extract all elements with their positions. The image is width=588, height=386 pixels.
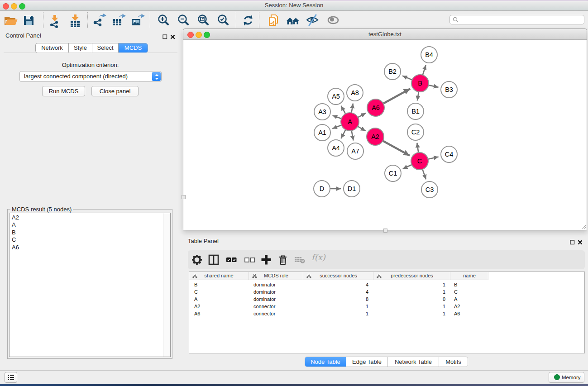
search-input[interactable] [449, 15, 584, 24]
optimization-criterion-select[interactable]: largest connected component (directed) [19, 71, 162, 82]
node-table-cell[interactable]: A6 [454, 310, 460, 317]
column-header-MCDS-role[interactable]: MCDS role [249, 272, 303, 280]
column-header-label: predecessor nodes [373, 272, 450, 280]
refresh-icon[interactable] [240, 13, 256, 28]
graph-node-label: C3 [425, 186, 434, 193]
graph-node-label: A2 [371, 133, 379, 140]
mcds-list-scrollbar[interactable] [163, 213, 170, 357]
open-file-icon[interactable] [3, 13, 18, 28]
table-add-icon[interactable] [260, 253, 272, 266]
network-view-window: testGlobe.txt B4B2BB3A5A8A6B1A3AC2A1A2A4… [183, 29, 587, 230]
table-tab-node-table[interactable]: Node Table [305, 357, 346, 367]
zoom-out-icon[interactable] [176, 13, 191, 28]
node-table-cell[interactable]: 1 [189, 303, 445, 310]
save-session-icon[interactable] [21, 13, 36, 28]
network-window-titlebar[interactable]: testGlobe.txt [183, 29, 587, 40]
graph-node-label: A [348, 118, 352, 125]
table-tab-edge-table[interactable]: Edge Table [346, 357, 388, 367]
mcds-result-item[interactable]: A [12, 221, 16, 229]
column-header-label: successor nodes [303, 272, 373, 280]
node-table-cell[interactable]: 0 [189, 295, 445, 303]
export-network-icon[interactable] [91, 13, 107, 28]
column-header-predecessor-nodes[interactable]: predecessor nodes [373, 272, 450, 280]
node-table[interactable]: shared nameMCDS rolesuccessor nodesprede… [189, 272, 585, 353]
zoom-fit-icon[interactable] [196, 13, 211, 28]
table-deselect-all-icon[interactable] [243, 253, 256, 266]
window-edge-grip[interactable] [383, 229, 387, 233]
table-settings-icon[interactable] [191, 253, 203, 266]
control-tab-network[interactable]: Network [36, 43, 69, 52]
desktop-wallpaper-bottom [0, 384, 588, 386]
node-table-cell[interactable]: A [454, 295, 457, 303]
status-list-button[interactable] [5, 372, 17, 383]
table-delete-icon[interactable] [277, 253, 289, 266]
export-table-icon[interactable] [110, 13, 126, 28]
hide-graphics-icon[interactable] [305, 13, 320, 28]
close-panel-button[interactable]: Close panel [91, 86, 139, 96]
toolbar-separator [87, 12, 88, 28]
zoom-selected-icon[interactable] [215, 13, 231, 28]
status-bar: Memory [0, 370, 588, 384]
mcds-result-item[interactable]: A6 [12, 244, 19, 251]
table-columns-icon[interactable] [207, 253, 220, 266]
search-icon [453, 17, 459, 23]
table-toolbar [188, 250, 585, 269]
zoom-in-icon[interactable] [156, 13, 171, 28]
show-graphics-icon[interactable] [325, 13, 341, 28]
table-select-all-icon[interactable] [225, 253, 238, 266]
mcds-result-title: MCDS result (5 nodes) [10, 206, 73, 213]
node-table-cell[interactable]: 1 [189, 281, 445, 288]
graph-node-label: A4 [332, 144, 340, 152]
column-header-name[interactable]: name [450, 272, 488, 280]
control-tab-mcds[interactable]: MCDS [119, 43, 148, 52]
graph-node-label: D1 [348, 185, 356, 192]
column-header-label: MCDS role [249, 272, 303, 280]
node-table-cell[interactable]: B [454, 281, 457, 288]
control-tab-style[interactable]: Style [69, 43, 92, 52]
home-views-icon[interactable] [285, 13, 301, 28]
table-delete-table-icon[interactable] [293, 253, 306, 266]
control-tab-select[interactable]: Select [92, 43, 119, 52]
column-header-label: name [450, 272, 488, 280]
control-panel-float-button[interactable] [163, 33, 167, 38]
mcds-result-item[interactable]: B [12, 229, 16, 236]
toolbar-separator [43, 12, 43, 28]
table-panel-title: Table Panel [188, 238, 219, 244]
column-header-shared-name[interactable]: shared name [189, 272, 249, 280]
node-table-cell[interactable]: 1 [189, 310, 445, 317]
mcds-result-item[interactable]: A2 [12, 214, 19, 221]
table-panel-close-icon[interactable] [578, 238, 583, 243]
mcds-result-list[interactable]: A2ABCA6 [9, 213, 171, 357]
mcds-result-item[interactable]: C [12, 236, 16, 243]
memory-label: Memory [562, 372, 581, 382]
run-mcds-button[interactable]: Run MCDS [42, 86, 85, 96]
import-table-icon[interactable] [67, 13, 83, 28]
graph-node-label: B1 [411, 108, 420, 115]
export-image-icon[interactable] [129, 13, 145, 28]
node-table-cell[interactable]: 1 [189, 288, 445, 295]
table-panel-float-button[interactable] [570, 238, 575, 243]
memory-button[interactable]: Memory [549, 372, 584, 383]
window-titlebar[interactable]: Session: New Session [0, 0, 588, 11]
graph-node-label: C [417, 157, 422, 165]
toolbar-separator [236, 12, 236, 28]
function-builder-button[interactable]: f(x) [311, 253, 325, 262]
table-tab-network-table[interactable]: Network Table [388, 357, 439, 367]
table-tab-motifs[interactable]: Motifs [439, 357, 468, 367]
window-edge-grip[interactable] [182, 195, 186, 199]
graph-node-label: B3 [445, 86, 453, 93]
graph-node-label: B4 [425, 51, 433, 58]
node-table-cell[interactable]: C [454, 288, 458, 295]
resize-grip-icon[interactable] [581, 224, 586, 229]
graph-node-label: C4 [445, 151, 454, 158]
import-network-icon[interactable] [47, 13, 62, 28]
node-table-cell[interactable]: A2 [454, 303, 460, 310]
column-header-successor-nodes[interactable]: successor nodes [303, 272, 373, 280]
graph-node-label: C1 [389, 170, 397, 177]
graph-node-label: A1 [318, 129, 326, 136]
control-panel-close-icon[interactable] [170, 33, 175, 38]
duplicate-network-icon[interactable] [266, 13, 281, 28]
column-hierarchy-icon [306, 274, 311, 278]
table-panel-tabs: Node TableEdge TableNetwork TableMotifs [305, 357, 468, 367]
network-canvas[interactable]: B4B2BB3A5A8A6B1A3AC2A1A2A4A7C4CC1C3DD1 [183, 40, 587, 230]
